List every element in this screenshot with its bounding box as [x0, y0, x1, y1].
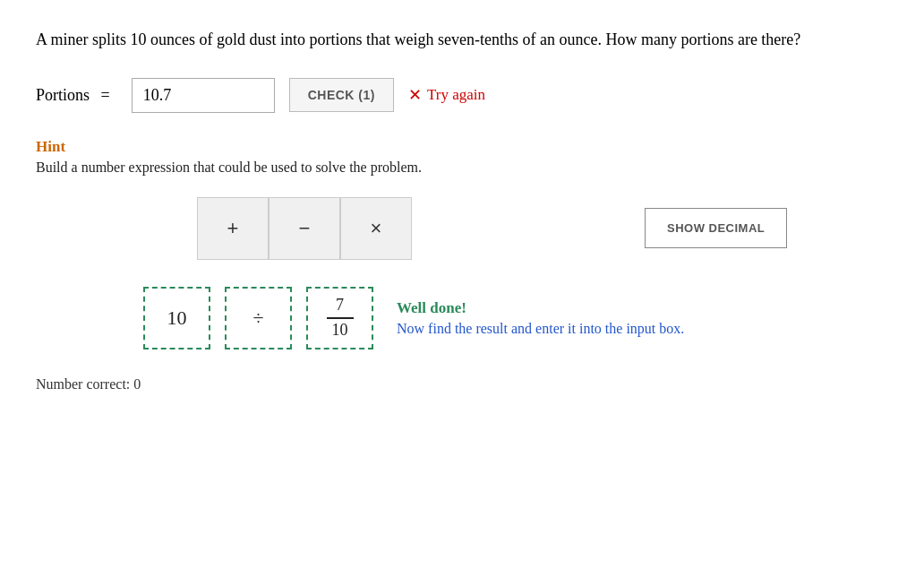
expression-box-2[interactable]: ÷ — [225, 287, 292, 349]
portions-label: Portions = — [36, 86, 117, 105]
expression-box-3[interactable]: 7 10 — [306, 287, 373, 349]
expression-value-2: ÷ — [252, 306, 263, 330]
plus-button[interactable]: + — [197, 197, 269, 260]
operations-row: + − × SHOW DECIMAL — [36, 197, 888, 260]
hint-body: Build a number expression that could be … — [36, 160, 888, 176]
fraction-denominator: 10 — [332, 321, 348, 341]
hint-section: Hint Build a number expression that coul… — [36, 138, 888, 176]
fraction-numerator: 7 — [336, 296, 344, 315]
expression-box-1[interactable]: 10 — [143, 287, 210, 349]
well-done-message: Well done! Now find the result and enter… — [397, 299, 684, 337]
try-again-label: Try again — [427, 86, 485, 104]
fraction-line — [327, 317, 354, 319]
minus-button[interactable]: − — [269, 197, 340, 260]
expression-area: 10 ÷ 7 10 Well done! Now find the result… — [143, 287, 888, 349]
question-text: A miner splits 10 ounces of gold dust in… — [36, 27, 888, 53]
answer-row: Portions = CHECK (1) ✕ Try again — [36, 78, 888, 113]
try-again-button[interactable]: ✕ Try again — [408, 85, 485, 105]
show-decimal-button[interactable]: SHOW DECIMAL — [645, 208, 787, 248]
well-done-body: Now find the result and enter it into th… — [397, 321, 684, 337]
check-button[interactable]: CHECK (1) — [289, 78, 394, 112]
ops-group: + − × — [197, 197, 412, 260]
times-button[interactable]: × — [340, 197, 412, 260]
answer-input[interactable] — [132, 78, 275, 113]
number-correct: Number correct: 0 — [36, 376, 888, 393]
x-icon: ✕ — [408, 85, 422, 105]
expression-value-1: 10 — [167, 306, 187, 330]
well-done-title: Well done! — [397, 299, 684, 317]
hint-title: Hint — [36, 138, 888, 156]
